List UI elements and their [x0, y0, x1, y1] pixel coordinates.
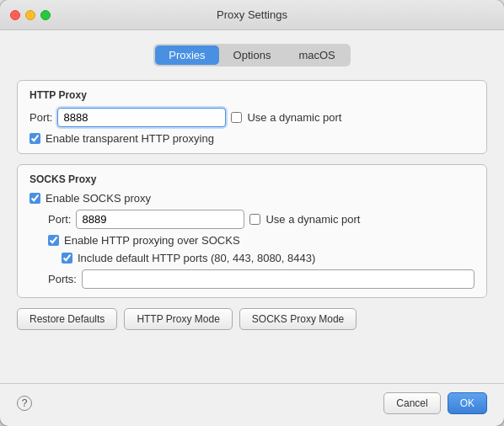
socks-enable-checkbox[interactable] — [29, 193, 40, 204]
socks-enable-row: Enable SOCKS proxy — [29, 192, 475, 205]
socks-proxy-mode-button[interactable]: SOCKS Proxy Mode — [239, 308, 357, 330]
close-button[interactable] — [10, 10, 20, 20]
socks-http-row: Enable HTTP proxying over SOCKS — [48, 234, 475, 247]
socks-ports-row: Ports: — [48, 269, 475, 289]
socks-include-default-checkbox[interactable] — [62, 253, 72, 264]
http-port-label: Port: — [29, 111, 52, 124]
socks-port-input[interactable] — [76, 210, 244, 229]
traffic-lights — [10, 10, 51, 20]
socks-include-default-label: Include default HTTP ports (80, 443, 808… — [78, 252, 315, 264]
http-proxy-title: HTTP Proxy — [29, 89, 475, 101]
socks-http-label: Enable HTTP proxying over SOCKS — [64, 234, 240, 247]
socks-dynamic-port-label: Use a dynamic port — [265, 213, 360, 226]
window-title: Proxy Settings — [217, 8, 287, 21]
socks-proxy-section: SOCKS Proxy Enable SOCKS proxy Port: Use… — [17, 164, 487, 298]
footer-bar: ? Cancel OK — [0, 383, 504, 426]
socks-include-default-row: Include default HTTP ports (80, 443, 808… — [62, 252, 475, 264]
content-area: Proxies Options macOS HTTP Proxy Port: U… — [0, 30, 504, 383]
http-proxy-mode-button[interactable]: HTTP Proxy Mode — [124, 308, 232, 330]
action-buttons: Restore Defaults HTTP Proxy Mode SOCKS P… — [17, 308, 487, 330]
ok-button[interactable]: OK — [448, 392, 487, 414]
proxy-settings-window: Proxy Settings Proxies Options macOS HTT… — [0, 0, 504, 426]
socks-ports-input[interactable] — [82, 269, 475, 289]
socks-proxy-title: SOCKS Proxy — [29, 173, 475, 185]
cancel-button[interactable]: Cancel — [383, 392, 440, 414]
socks-port-label: Port: — [48, 213, 71, 226]
socks-enable-label: Enable SOCKS proxy — [46, 192, 151, 205]
help-button[interactable]: ? — [17, 396, 32, 411]
http-port-input[interactable] — [57, 108, 226, 127]
http-transparent-row: Enable transparent HTTP proxying — [29, 132, 475, 145]
socks-dynamic-port-checkbox[interactable] — [249, 214, 260, 225]
tab-group: Proxies Options macOS — [153, 44, 351, 67]
minimize-button[interactable] — [25, 10, 35, 20]
http-proxy-section: HTTP Proxy Port: Use a dynamic port Enab… — [17, 80, 487, 154]
http-port-row: Port: Use a dynamic port — [29, 108, 475, 127]
tab-options[interactable]: Options — [220, 45, 285, 65]
titlebar: Proxy Settings — [0, 0, 504, 30]
restore-defaults-button[interactable]: Restore Defaults — [17, 308, 117, 330]
tab-proxies[interactable]: Proxies — [155, 45, 218, 65]
tab-macos[interactable]: macOS — [285, 45, 348, 65]
maximize-button[interactable] — [40, 10, 51, 20]
socks-ports-label: Ports: — [48, 273, 77, 285]
http-dynamic-port-label: Use a dynamic port — [247, 111, 341, 124]
http-transparent-label: Enable transparent HTTP proxying — [46, 132, 214, 145]
http-transparent-checkbox[interactable] — [29, 133, 40, 144]
socks-http-checkbox[interactable] — [48, 235, 59, 246]
socks-port-row: Port: Use a dynamic port — [48, 210, 475, 229]
http-dynamic-port-checkbox[interactable] — [231, 112, 242, 123]
footer-right: Cancel OK — [383, 392, 487, 414]
tab-bar: Proxies Options macOS — [17, 44, 487, 67]
